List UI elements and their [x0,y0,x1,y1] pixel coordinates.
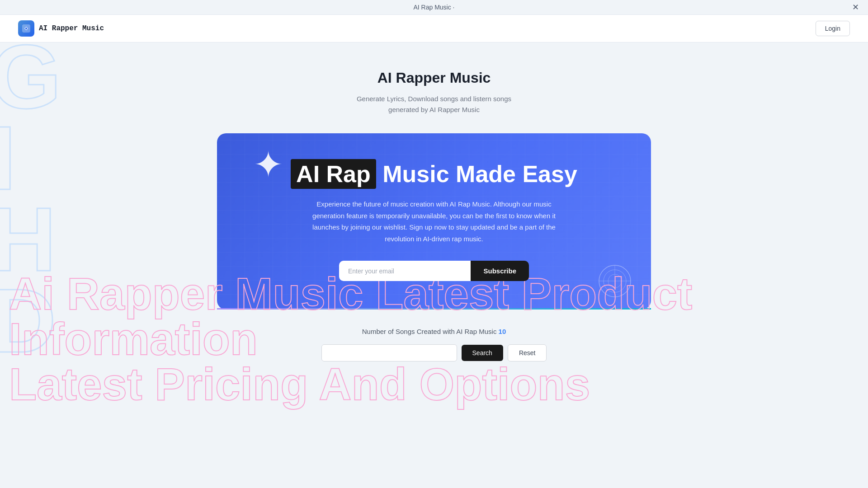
subscribe-button[interactable]: Subscribe [471,261,529,281]
banner-headline: AI Rap Music Made Easy [235,160,633,188]
stats-count: 10 [499,328,506,335]
brand-logo [18,20,34,37]
brand: AI Rapper Music [18,20,104,37]
stats-section: Number of Songs Created with AI Rap Musi… [172,328,696,335]
announcement-bar: AI Rap Music · ✕ [0,0,868,15]
navbar: AI Rapper Music Login [0,15,868,42]
stats-text: Number of Songs Created with AI Rap Musi… [172,328,696,335]
search-section: Search Reset [172,344,696,361]
hero-banner: AI Rap Music Made Easy Experience the fu… [217,133,651,310]
stats-label: Number of Songs Created with AI Rap Musi… [362,328,497,335]
svg-point-1 [25,28,27,29]
email-form: Subscribe [339,261,529,281]
login-button[interactable]: Login [816,21,850,36]
email-input[interactable] [339,261,471,281]
main-content: AI Rapper Music Generate Lyrics, Downloa… [163,42,705,380]
hero-subtitle: Generate Lyrics, Download songs and list… [172,94,696,115]
announcement-text: AI Rap Music · [413,4,454,11]
hero-subtitle-line1: Generate Lyrics, Download songs and list… [357,95,511,103]
close-announcement-button[interactable]: ✕ [852,2,859,12]
search-button[interactable]: Search [462,345,503,361]
brand-name: AI Rapper Music [39,24,104,33]
logo-icon [22,24,31,33]
page-title: AI Rapper Music [172,70,696,86]
banner-description: Experience the future of music creation … [307,198,561,244]
circle-decoration [597,263,633,299]
reset-button[interactable]: Reset [508,344,547,361]
search-input[interactable] [321,344,457,361]
banner-headline-highlight: AI Rap [291,159,376,189]
hero-subtitle-line2: generated by AI Rapper Music [388,106,480,113]
background-decoration: GIHD [0,36,59,361]
